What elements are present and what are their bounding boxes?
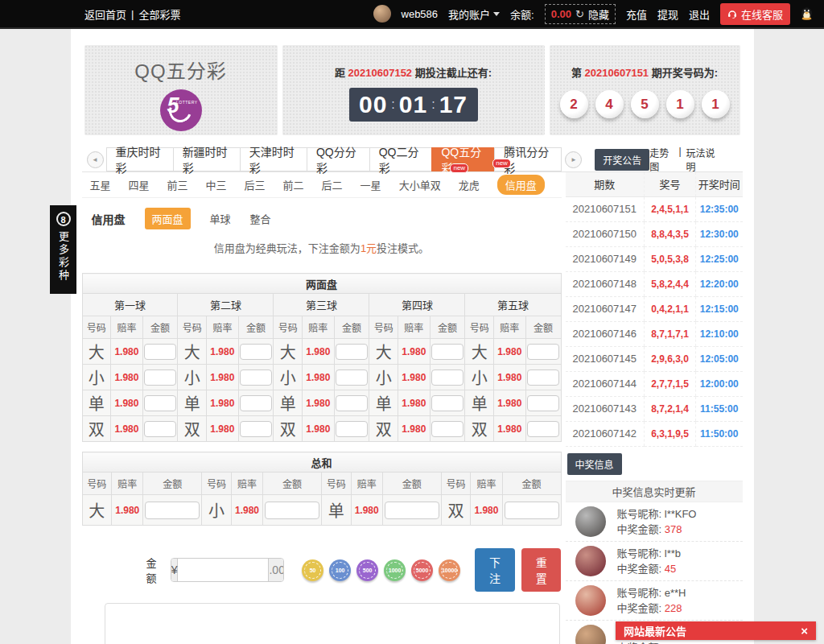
bet-input[interactable] [385, 502, 439, 519]
reset-button[interactable]: 重置 [521, 548, 562, 592]
subtab-wuxing[interactable]: 五星 [90, 177, 111, 192]
bet-input[interactable] [336, 421, 368, 437]
odds-value: 1.980 [303, 390, 334, 416]
sum-option-small[interactable]: 小 [202, 495, 232, 526]
tab-qqffc[interactable]: QQ分分彩 [307, 147, 370, 171]
bet-input[interactable] [240, 395, 272, 411]
bet-input[interactable] [431, 369, 464, 386]
bet-option-odd[interactable]: 单 [82, 390, 111, 416]
sum-option-even[interactable]: 双 [441, 495, 471, 526]
bet-input[interactable] [505, 502, 559, 519]
bet-option-even[interactable]: 双 [369, 416, 398, 442]
tab-qq5fc-active[interactable]: QQ五分彩 new [431, 147, 495, 171]
place-bet-button[interactable]: 下注 [475, 548, 515, 592]
bet-option-even[interactable]: 双 [178, 416, 207, 442]
bet-input[interactable] [431, 344, 464, 360]
logout-link[interactable]: 退出 [689, 6, 710, 22]
online-service-button[interactable]: 在线客服 [720, 3, 790, 25]
chip-10000[interactable]: 10000 [439, 559, 460, 581]
tabs-scroll-right-icon[interactable]: ► [565, 151, 582, 168]
qq-penguin-icon[interactable] [801, 6, 813, 21]
bet-option-odd[interactable]: 单 [274, 390, 303, 416]
bet-option-big[interactable]: 大 [369, 339, 398, 365]
bet-input[interactable] [527, 369, 559, 386]
bet-input[interactable] [527, 344, 559, 360]
bet-input[interactable] [336, 369, 368, 386]
bet-option-small[interactable]: 小 [369, 365, 398, 390]
bet-option-even[interactable]: 双 [465, 416, 494, 442]
more-lotteries-tab[interactable]: 8 更多彩种 [50, 205, 76, 294]
bet-input[interactable] [527, 395, 559, 411]
subtab-daxiaodanshuang[interactable]: 大小单双 [399, 177, 441, 192]
subtab-zhongsan[interactable]: 中三 [206, 177, 227, 192]
bet-input[interactable] [145, 502, 200, 519]
bet-input[interactable] [265, 502, 319, 519]
bet-option-big[interactable]: 大 [274, 339, 303, 365]
bet-input[interactable] [240, 344, 272, 360]
bet-option-big[interactable]: 大 [178, 339, 207, 365]
chip-50[interactable]: 50 [302, 559, 323, 581]
bet-input[interactable] [527, 421, 559, 437]
bet-input[interactable] [336, 395, 368, 411]
bet-input[interactable] [144, 344, 176, 360]
subtab-yixing[interactable]: 一星 [360, 177, 381, 192]
hide-balance-button[interactable]: 隐藏 [588, 6, 609, 22]
tab-cqssc[interactable]: 重庆时时彩 [106, 147, 174, 171]
tab-tjssc[interactable]: 天津时时彩 [240, 147, 307, 171]
sum-option-big[interactable]: 大 [82, 495, 112, 526]
draw-announcement-button[interactable]: 开奖公告 [595, 149, 649, 171]
account-menu[interactable]: 我的账户 [448, 6, 500, 22]
bet-input[interactable] [240, 369, 272, 386]
chip-100[interactable]: 100 [329, 559, 351, 581]
bet-option-even[interactable]: 双 [82, 416, 111, 442]
bet-input[interactable] [240, 421, 272, 437]
bet-input[interactable] [144, 369, 176, 386]
tab-qq2fc[interactable]: QQ二分彩 [369, 147, 433, 171]
mode-combined[interactable]: 整合 [250, 211, 271, 226]
bet-option-small[interactable]: 小 [82, 365, 111, 390]
chip-1000[interactable]: 1000 [384, 559, 406, 581]
sum-option-odd[interactable]: 单 [321, 495, 351, 526]
tabs-scroll-left-icon[interactable]: ◄ [87, 151, 104, 168]
bet-input[interactable] [144, 421, 176, 437]
recharge-link[interactable]: 充值 [626, 6, 647, 22]
bet-option-big[interactable]: 大 [465, 339, 494, 365]
bet-input[interactable] [144, 395, 176, 411]
bet-option-odd[interactable]: 单 [465, 390, 494, 416]
tab-txffc[interactable]: 腾讯分分彩 new [494, 147, 562, 171]
subtab-longhu[interactable]: 龙虎 [459, 177, 480, 192]
trend-chart-link[interactable]: 走势图 [649, 146, 674, 173]
bet-option-small[interactable]: 小 [465, 365, 494, 390]
bet-input[interactable] [336, 344, 368, 360]
subtab-sixing[interactable]: 四星 [129, 177, 150, 192]
tab-xjssc[interactable]: 新疆时时彩 [173, 147, 241, 171]
mode-single-ball[interactable]: 单球 [210, 211, 231, 226]
bet-option-even[interactable]: 双 [274, 416, 303, 442]
subtab-qiansan[interactable]: 前三 [167, 177, 188, 192]
chip-5000[interactable]: 5000 [411, 559, 433, 581]
subtab-housan[interactable]: 后三 [245, 177, 266, 192]
bet-option-small[interactable]: 小 [274, 365, 303, 390]
winners-info-button[interactable]: 中奖信息 [567, 453, 622, 475]
bet-option-odd[interactable]: 单 [178, 390, 207, 416]
amount-input[interactable] [178, 559, 268, 581]
odds-value: 1.980 [398, 339, 430, 365]
site-announcement-bar[interactable]: 网站最新公告 × [616, 621, 816, 640]
chip-500[interactable]: 500 [356, 559, 378, 581]
winner-entry: 账号昵称: e**H 中奖金额: 228 [566, 581, 743, 621]
bet-option-big[interactable]: 大 [82, 339, 111, 365]
refresh-icon[interactable]: ↻ [575, 8, 584, 20]
subtab-houer[interactable]: 后二 [322, 177, 343, 192]
bet-input[interactable] [431, 421, 464, 437]
home-link[interactable]: 返回首页 [84, 6, 126, 22]
play-rules-link[interactable]: 玩法说明 [686, 146, 719, 173]
subtab-qianer[interactable]: 前二 [283, 177, 304, 192]
bet-option-odd[interactable]: 单 [369, 390, 398, 416]
mode-two-side-active[interactable]: 两面盘 [145, 208, 191, 229]
all-lottery-link[interactable]: 全部彩票 [138, 6, 180, 22]
subtab-xinyongpan-active[interactable]: 信用盘 [497, 175, 545, 195]
bet-option-small[interactable]: 小 [178, 365, 207, 390]
close-icon[interactable]: × [801, 624, 808, 638]
withdraw-link[interactable]: 提现 [657, 6, 678, 22]
bet-input[interactable] [431, 395, 464, 411]
